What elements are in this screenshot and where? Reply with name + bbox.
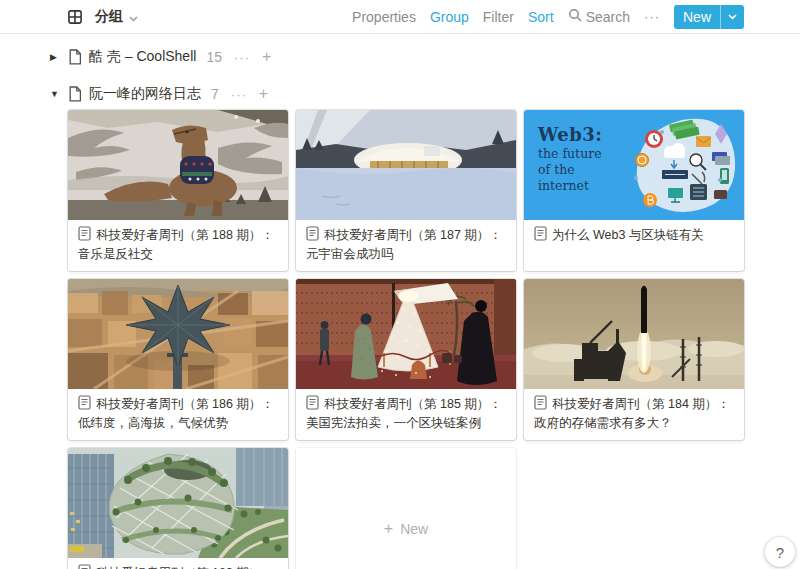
page-text-icon bbox=[78, 395, 91, 415]
gallery-card-web3[interactable]: Web3: the future of the internet 为什么 Web… bbox=[524, 110, 744, 271]
cover-star-cityscape bbox=[68, 279, 288, 389]
card-grid: 科技爱好者周刊（第 188 期）：音乐是反社交 bbox=[68, 110, 744, 569]
gallery-view-icon bbox=[68, 10, 82, 24]
group-add-icon[interactable]: + bbox=[262, 50, 271, 64]
new-button-label[interactable]: New bbox=[674, 5, 720, 29]
group-coolshell: ▶ 酷 壳 – CoolShell 15 ··· + bbox=[68, 48, 744, 66]
gallery-card-184[interactable]: 科技爱好者周刊（第 184 期）：政府的存储需求有多大？ bbox=[524, 279, 744, 440]
view-name: 分组 bbox=[95, 8, 123, 26]
properties-button[interactable]: Properties bbox=[352, 9, 416, 25]
page-text-icon bbox=[306, 226, 319, 246]
group-header: ▶ 酷 壳 – CoolShell 15 ··· + bbox=[68, 48, 744, 66]
cover-web3-illustration: Web3: the future of the internet bbox=[524, 110, 744, 220]
group-ruanyifeng: ▼ 阮一峰的网络日志 7 ··· + bbox=[68, 85, 744, 569]
gallery-card-188[interactable]: 科技爱好者周刊（第 188 期）：音乐是反社交 bbox=[68, 110, 288, 271]
toggle-collapsed-icon[interactable]: ▶ bbox=[50, 52, 68, 62]
cover-helix-building bbox=[68, 448, 288, 558]
page-text-icon bbox=[306, 395, 319, 415]
card-title: 科技爱好者周刊（第 185 期）：美国宪法拍卖，一个区块链案例 bbox=[296, 389, 516, 440]
search-icon bbox=[568, 8, 582, 25]
chevron-down-icon bbox=[129, 9, 138, 25]
toggle-expanded-icon[interactable]: ▼ bbox=[50, 89, 68, 99]
card-title-text: 科技爱好者周刊（第 184 期）：政府的存储需求有多大？ bbox=[534, 397, 730, 430]
help-label: ? bbox=[776, 544, 784, 561]
card-title-text: 科技爱好者周刊（第 188 期）：音乐是反社交 bbox=[78, 228, 274, 261]
view-toolbar: 分组 Properties Group Filter Sort Search ·… bbox=[0, 0, 800, 34]
new-card-button[interactable]: + New bbox=[296, 448, 516, 569]
gallery-card-183[interactable]: 科技爱好者周刊（第 183 期）：腾讯的员工退休福利 bbox=[68, 448, 288, 569]
group-header: ▼ 阮一峰的网络日志 7 ··· + bbox=[68, 85, 744, 103]
page-text-icon bbox=[534, 226, 547, 246]
chevron-down-icon[interactable] bbox=[721, 5, 744, 29]
notion-gallery-view: 分组 Properties Group Filter Sort Search ·… bbox=[0, 0, 800, 569]
gallery-card-185[interactable]: 科技爱好者周刊（第 185 期）：美国宪法拍卖，一个区块链案例 bbox=[296, 279, 516, 440]
group-more-icon[interactable]: ··· bbox=[234, 50, 250, 65]
cover-snow-stadium bbox=[296, 110, 516, 220]
card-title: 科技爱好者周刊（第 183 期）：腾讯的员工退休福利 bbox=[68, 558, 288, 569]
group-more-icon[interactable]: ··· bbox=[231, 87, 247, 102]
page-icon bbox=[68, 49, 82, 65]
page-text-icon bbox=[534, 395, 547, 415]
plus-icon: + bbox=[384, 520, 393, 538]
new-card-label: New bbox=[400, 521, 428, 537]
card-title: 科技爱好者周刊（第 186 期）：低纬度，高海拔，气候优势 bbox=[68, 389, 288, 440]
card-title: 科技爱好者周刊（第 184 期）：政府的存储需求有多大？ bbox=[524, 389, 744, 440]
group-add-icon[interactable]: + bbox=[259, 87, 268, 101]
card-title: 科技爱好者周刊（第 188 期）：音乐是反社交 bbox=[68, 220, 288, 271]
more-options-icon[interactable]: ··· bbox=[644, 9, 660, 24]
web3-cover-text: Web3: the future of the internet bbox=[538, 124, 602, 193]
filter-button[interactable]: Filter bbox=[483, 9, 514, 25]
gallery-card-186[interactable]: 科技爱好者周刊（第 186 期）：低纬度，高海拔，气候优势 bbox=[68, 279, 288, 440]
new-button[interactable]: New bbox=[674, 5, 744, 29]
cover-tent-plaza bbox=[296, 279, 516, 389]
web3-heading: Web3: bbox=[538, 124, 602, 145]
cover-rocket-launch bbox=[524, 279, 744, 389]
toolbar-actions: Properties Group Filter Sort Search ··· … bbox=[352, 5, 744, 29]
card-title-text: 科技爱好者周刊（第 187 期）：元宇宙会成功吗 bbox=[306, 228, 502, 261]
view-selector[interactable]: 分组 bbox=[68, 8, 138, 26]
group-title[interactable]: 阮一峰的网络日志 bbox=[89, 85, 201, 103]
group-count: 7 bbox=[211, 86, 219, 102]
page-text-icon bbox=[78, 226, 91, 246]
web3-line: the future bbox=[538, 146, 602, 161]
card-title: 为什么 Web3 与区块链有关 bbox=[524, 220, 744, 254]
help-button[interactable]: ? bbox=[765, 537, 795, 567]
web3-line: internet bbox=[538, 178, 602, 193]
sort-button[interactable]: Sort bbox=[528, 9, 554, 25]
card-title-text: 为什么 Web3 与区块链有关 bbox=[552, 228, 704, 242]
card-title-text: 科技爱好者周刊（第 185 期）：美国宪法拍卖，一个区块链案例 bbox=[306, 397, 502, 430]
group-button[interactable]: Group bbox=[430, 9, 469, 25]
gallery-body: ▶ 酷 壳 – CoolShell 15 ··· + ▼ 阮一峰的网络日志 7 … bbox=[0, 48, 800, 569]
page-text-icon bbox=[78, 564, 91, 569]
search-button[interactable]: Search bbox=[568, 8, 630, 25]
card-title-text: 科技爱好者周刊（第 186 期）：低纬度，高海拔，气候优势 bbox=[78, 397, 274, 430]
cover-dinosaur-museum bbox=[68, 110, 288, 220]
page-icon bbox=[68, 86, 82, 102]
group-count: 15 bbox=[206, 49, 222, 65]
group-title[interactable]: 酷 壳 – CoolShell bbox=[89, 48, 196, 66]
web3-line: of the bbox=[538, 162, 602, 177]
gallery-card-187[interactable]: 科技爱好者周刊（第 187 期）：元宇宙会成功吗 bbox=[296, 110, 516, 271]
card-title: 科技爱好者周刊（第 187 期）：元宇宙会成功吗 bbox=[296, 220, 516, 271]
search-label: Search bbox=[586, 9, 630, 25]
